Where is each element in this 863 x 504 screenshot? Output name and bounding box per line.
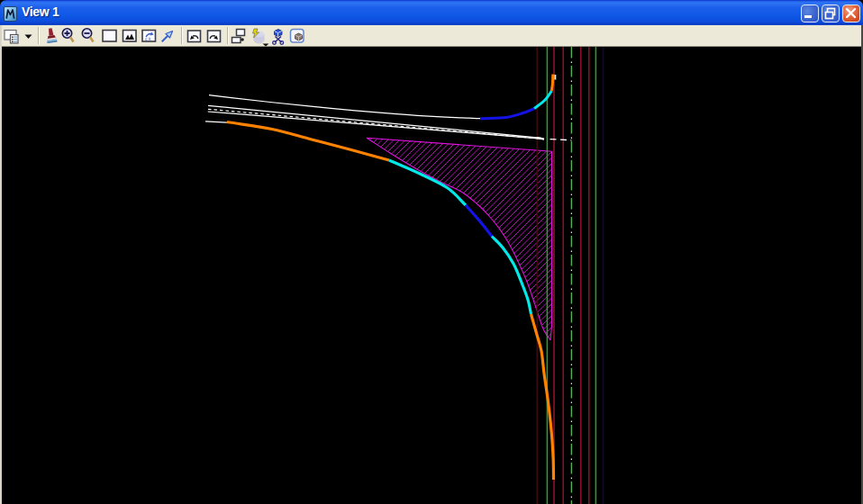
svg-text:c k: c k [145, 36, 151, 41]
